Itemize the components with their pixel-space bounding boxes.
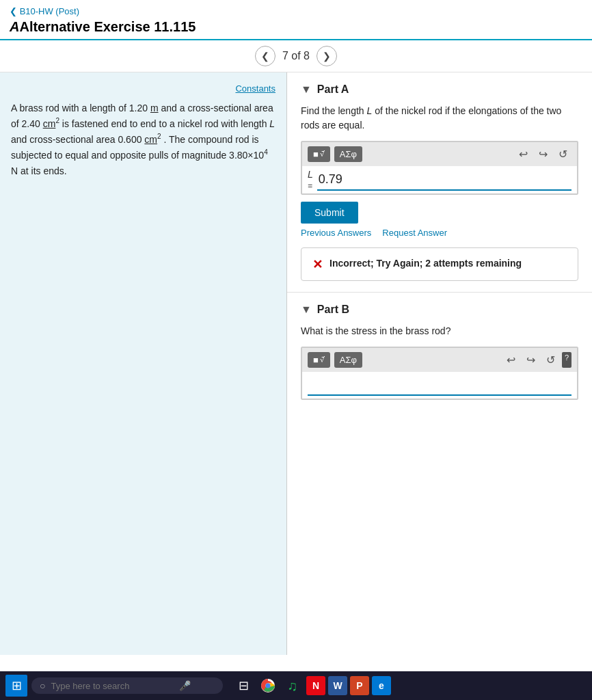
request-answer-link-a[interactable]: Request Answer xyxy=(382,228,447,238)
redo-button-b[interactable]: ↪ xyxy=(522,352,539,368)
taskbar-task-view[interactable]: ⊟ xyxy=(232,675,254,697)
answer-input-a[interactable] xyxy=(317,170,571,191)
feedback-content-a: ✕ Incorrect; Try Again; 2 attempts remai… xyxy=(312,256,567,272)
formula-icon-a2: √̄ xyxy=(320,150,325,159)
exercise-title-text: Alternative Exercise 11.115 xyxy=(19,19,196,34)
part-b-collapse[interactable]: ▼ xyxy=(301,304,312,316)
svg-point-1 xyxy=(266,684,271,688)
undo-button-b[interactable]: ↩ xyxy=(502,352,520,368)
symbol-label-a: ΑΣφ xyxy=(340,149,357,159)
mic-icon[interactable]: 🎤 xyxy=(179,680,191,691)
formula-button-a[interactable]: ■ √̄ xyxy=(308,146,330,162)
part-a-section: ▼ Part A Find the length L of the nickel… xyxy=(287,72,592,293)
reset-button-b[interactable]: ↺ xyxy=(542,352,559,368)
part-b-question: What is the stress in the brass rod? xyxy=(301,324,578,338)
top-bar: B10-HW (Post) AAlternative Exercise 11.1… xyxy=(0,0,592,40)
symbol-button-b[interactable]: ΑΣφ xyxy=(334,352,362,368)
symbol-label-b: ΑΣφ xyxy=(340,355,357,365)
redo-button-a[interactable]: ↪ xyxy=(535,146,552,162)
main-content: Constants A brass rod with a length of 1… xyxy=(0,72,592,655)
formula-icon-a: ■ xyxy=(313,149,319,159)
part-b-section: ▼ Part B What is the stress in the brass… xyxy=(287,293,592,411)
taskbar-chrome[interactable] xyxy=(257,675,279,697)
submit-button-a[interactable]: Submit xyxy=(301,202,358,224)
taskbar-word[interactable]: W xyxy=(328,676,347,695)
part-a-collapse[interactable]: ▼ xyxy=(301,83,312,96)
taskbar-apps: ⊟ ♫ N W P e xyxy=(232,675,391,697)
search-bar[interactable]: ○ 🎤 xyxy=(31,677,223,694)
feedback-text-a: Incorrect; Try Again; 2 attempts remaini… xyxy=(329,256,522,271)
part-a-toolbar: ■ √̄ ΑΣφ ↩ ↪ ↺ xyxy=(301,142,578,166)
part-b-label: Part B xyxy=(317,304,349,316)
toolbar-right-b: ↩ ↪ ↺ ? xyxy=(502,352,571,368)
undo-button-a[interactable]: ↩ xyxy=(515,146,532,162)
links-row-a: Previous Answers Request Answer xyxy=(301,228,578,238)
part-a-header: ▼ Part A xyxy=(301,83,578,96)
exercise-title: AAlternative Exercise 11.115 xyxy=(10,19,582,35)
reset-button-a[interactable]: ↺ xyxy=(554,146,571,162)
part-a-answer-row: L= xyxy=(301,166,578,194)
alt-label: A xyxy=(10,19,19,34)
taskbar-powerpoint[interactable]: P xyxy=(350,676,369,695)
taskbar-edge[interactable]: e xyxy=(372,676,391,695)
part-a-question: Find the length L of the nickel rod if t… xyxy=(301,104,578,133)
symbol-button-a[interactable]: ΑΣφ xyxy=(334,146,362,162)
x-icon-a: ✕ xyxy=(312,257,323,272)
taskbar: ⊞ ○ 🎤 ⊟ ♫ N W P e xyxy=(0,671,592,700)
left-panel: Constants A brass rod with a length of 1… xyxy=(0,72,287,655)
formula-button-b[interactable]: ■ √̄ xyxy=(308,352,330,368)
toolbar-right-a: ↩ ↪ ↺ xyxy=(515,146,571,162)
nav-row: ❮ 7 of 8 ❯ xyxy=(0,40,592,72)
answer-prefix-a: L= xyxy=(308,169,313,191)
keyboard-hint-b: ? xyxy=(562,352,571,368)
answer-input-b[interactable] xyxy=(308,375,571,396)
constants-link[interactable]: Constants xyxy=(11,83,275,94)
taskbar-spotify[interactable]: ♫ xyxy=(282,675,304,697)
back-link[interactable]: B10-HW (Post) xyxy=(10,6,79,16)
search-icon: ○ xyxy=(40,680,45,691)
problem-text: A brass rod with a length of 1.20 m and … xyxy=(11,100,275,178)
taskbar-netflix[interactable]: N xyxy=(306,676,325,695)
part-b-answer-row xyxy=(301,372,578,399)
previous-answers-link-a[interactable]: Previous Answers xyxy=(301,228,371,238)
formula-icon-b: ■ xyxy=(313,355,319,365)
search-input[interactable] xyxy=(51,681,174,691)
part-b-header: ▼ Part B xyxy=(301,304,578,316)
feedback-box-a: ✕ Incorrect; Try Again; 2 attempts remai… xyxy=(301,247,578,281)
right-panel: ▼ Part A Find the length L of the nickel… xyxy=(287,72,592,655)
formula-icon-b2: √̄ xyxy=(320,355,325,364)
next-button[interactable]: ❯ xyxy=(317,46,337,66)
start-button[interactable]: ⊞ xyxy=(5,675,27,697)
part-b-toolbar: ■ √̄ ΑΣφ ↩ ↪ ↺ ? xyxy=(301,347,578,372)
part-a-label: Part A xyxy=(317,83,349,96)
prev-button[interactable]: ❮ xyxy=(255,46,275,66)
nav-label: 7 of 8 xyxy=(282,50,310,62)
